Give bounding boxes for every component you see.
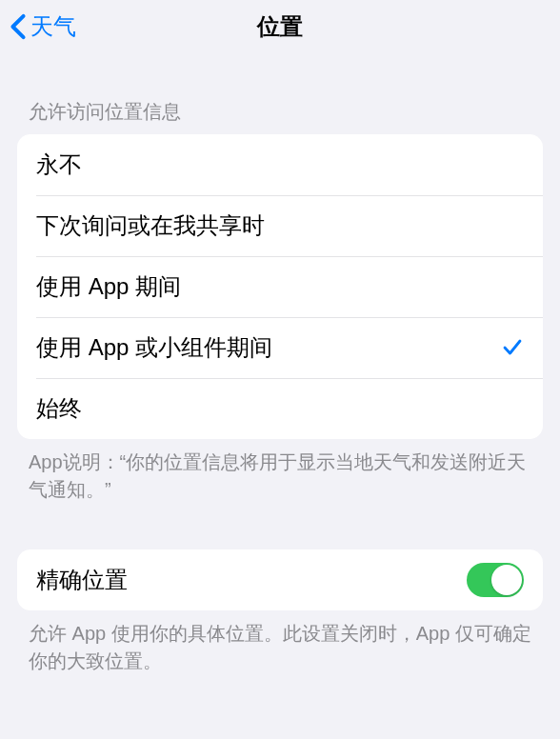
- location-option-row[interactable]: 使用 App 或小组件期间: [17, 317, 543, 378]
- location-option-row[interactable]: 永不: [17, 134, 543, 195]
- location-option-row[interactable]: 下次询问或在我共享时: [17, 195, 543, 256]
- page-title: 位置: [0, 11, 560, 42]
- precise-location-label: 精确位置: [36, 565, 467, 595]
- precise-location-toggle[interactable]: [467, 563, 524, 597]
- location-option-label: 使用 App 期间: [36, 271, 524, 302]
- location-option-label: 永不: [36, 150, 524, 180]
- location-option-label: 使用 App 或小组件期间: [36, 332, 501, 363]
- location-option-row[interactable]: 始终: [17, 378, 543, 439]
- location-option-row[interactable]: 使用 App 期间: [17, 256, 543, 317]
- checkmark-icon: [501, 336, 524, 359]
- precise-location-group: 精确位置: [17, 549, 543, 610]
- location-option-label: 下次询问或在我共享时: [36, 210, 524, 241]
- location-access-group: 永不下次询问或在我共享时使用 App 期间使用 App 或小组件期间始终: [17, 134, 543, 439]
- precise-location-row: 精确位置: [17, 549, 543, 610]
- back-label: 天气: [30, 11, 76, 42]
- switch-knob: [491, 565, 522, 595]
- back-button[interactable]: 天气: [0, 11, 76, 42]
- chevron-left-icon: [10, 13, 27, 40]
- location-access-header: 允许访问位置信息: [0, 53, 560, 134]
- location-option-label: 始终: [36, 393, 524, 424]
- location-access-footer: App说明：“你的位置信息将用于显示当地天气和发送附近天气通知。”: [0, 439, 560, 521]
- nav-bar: 天气 位置: [0, 0, 560, 53]
- precise-location-footer: 允许 App 使用你的具体位置。此设置关闭时，App 仅可确定你的大致位置。: [0, 610, 560, 692]
